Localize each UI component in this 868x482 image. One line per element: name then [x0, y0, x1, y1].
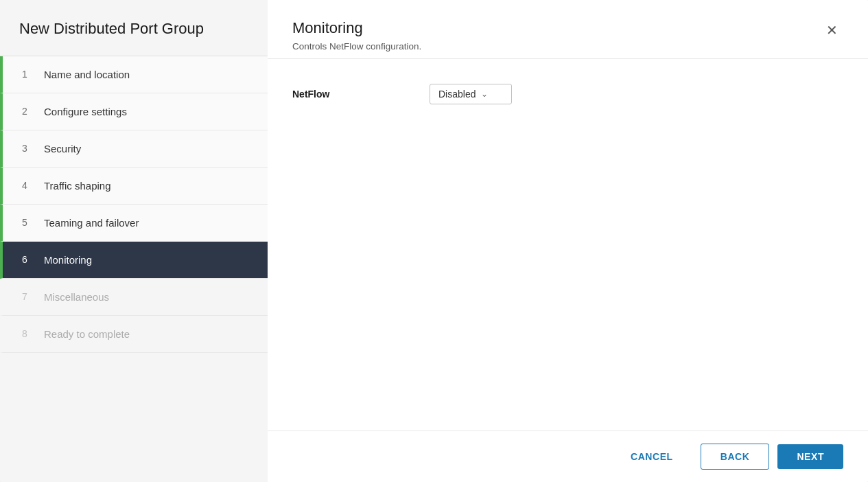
sidebar-step-1[interactable]: 1Name and location	[0, 56, 268, 93]
close-button[interactable]: ✕	[821, 19, 843, 41]
back-button[interactable]: BACK	[701, 444, 770, 470]
main-footer: CANCEL BACK NEXT	[268, 431, 868, 482]
main-header-text: Monitoring Controls NetFlow configuratio…	[292, 19, 421, 51]
sidebar: New Distributed Port Group 1Name and loc…	[0, 0, 268, 482]
sidebar-step-7: 7Miscellaneous	[0, 279, 268, 316]
netflow-field-row: NetFlow Disabled ⌄	[292, 84, 843, 104]
step-label-3: Security	[44, 143, 81, 154]
step-label-5: Teaming and failover	[44, 217, 139, 229]
sidebar-step-8: 8Ready to complete	[0, 316, 268, 353]
step-label-2: Configure settings	[44, 106, 127, 117]
step-num-8: 8	[22, 328, 37, 339]
next-button[interactable]: NEXT	[777, 444, 843, 469]
sidebar-step-6[interactable]: 6Monitoring	[0, 242, 268, 279]
step-num-2: 2	[22, 106, 37, 117]
main-description: Controls NetFlow configuration.	[292, 41, 421, 51]
sidebar-step-5[interactable]: 5Teaming and failover	[0, 205, 268, 242]
cancel-button[interactable]: CANCEL	[611, 444, 692, 469]
step-num-7: 7	[22, 291, 37, 302]
step-label-8: Ready to complete	[44, 328, 130, 340]
sidebar-steps: 1Name and location2Configure settings3Se…	[0, 56, 268, 482]
sidebar-step-3[interactable]: 3Security	[0, 130, 268, 168]
step-label-7: Miscellaneous	[44, 291, 109, 303]
netflow-value: Disabled	[438, 89, 476, 100]
main-content: Monitoring Controls NetFlow configuratio…	[268, 0, 868, 482]
step-num-5: 5	[22, 217, 37, 228]
step-num-3: 3	[22, 143, 37, 154]
sidebar-step-4[interactable]: 4Traffic shaping	[0, 168, 268, 205]
netflow-label: NetFlow	[292, 89, 430, 100]
step-label-6: Monitoring	[44, 254, 92, 266]
step-label-1: Name and location	[44, 69, 130, 80]
step-label-4: Traffic shaping	[44, 180, 111, 192]
sidebar-step-2[interactable]: 2Configure settings	[0, 93, 268, 130]
step-num-1: 1	[22, 69, 37, 80]
main-body: NetFlow Disabled ⌄	[268, 59, 868, 431]
step-num-4: 4	[22, 180, 37, 191]
dialog: New Distributed Port Group 1Name and loc…	[0, 0, 868, 482]
step-num-6: 6	[22, 254, 37, 265]
chevron-down-icon: ⌄	[481, 89, 488, 99]
netflow-select[interactable]: Disabled ⌄	[430, 84, 512, 104]
sidebar-title: New Distributed Port Group	[0, 0, 268, 56]
main-header: Monitoring Controls NetFlow configuratio…	[268, 0, 868, 59]
main-title: Monitoring	[292, 19, 421, 37]
